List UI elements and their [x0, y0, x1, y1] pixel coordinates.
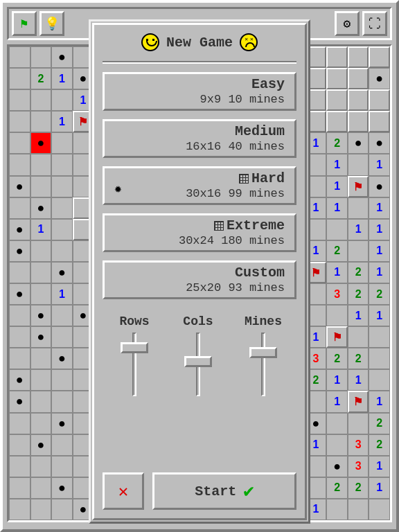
- mine-cell[interactable]: [30, 348, 52, 369]
- mine-cell[interactable]: [30, 499, 52, 520]
- mine-cell[interactable]: [348, 240, 369, 262]
- mine-cell[interactable]: 1: [326, 154, 348, 175]
- mine-cell[interactable]: 1: [369, 197, 390, 219]
- mine-cell[interactable]: [30, 197, 52, 219]
- mine-cell[interactable]: [9, 499, 30, 520]
- mine-cell[interactable]: [30, 391, 52, 412]
- mine-cell[interactable]: 1: [369, 391, 390, 412]
- mine-cell[interactable]: 1: [369, 262, 390, 283]
- mine-cell[interactable]: 2: [326, 477, 348, 499]
- mine-cell[interactable]: [369, 348, 390, 369]
- mine-cell[interactable]: [348, 176, 369, 197]
- mine-cell[interactable]: [9, 197, 30, 219]
- difficulty-easy[interactable]: Easy9x9 10 mines: [103, 72, 296, 111]
- mine-cell[interactable]: [9, 348, 30, 369]
- mine-cell[interactable]: [51, 326, 73, 348]
- mine-cell[interactable]: 1: [369, 456, 390, 477]
- fullscreen-button[interactable]: ⛶: [362, 11, 387, 36]
- mine-cell[interactable]: [348, 89, 369, 111]
- mine-cell[interactable]: [9, 262, 30, 283]
- mine-cell[interactable]: 2: [348, 348, 369, 369]
- mine-cell[interactable]: 1: [369, 305, 390, 326]
- mine-cell[interactable]: 1: [326, 176, 348, 197]
- cancel-button[interactable]: ✕: [103, 472, 144, 510]
- mine-cell[interactable]: [369, 132, 390, 154]
- mine-cell[interactable]: [51, 262, 73, 283]
- mine-cell[interactable]: [51, 456, 73, 477]
- mine-cell[interactable]: [326, 46, 348, 68]
- start-button[interactable]: Start ✔: [152, 472, 296, 510]
- mine-cell[interactable]: [30, 456, 52, 477]
- mine-cell[interactable]: 1: [326, 369, 348, 391]
- mine-cell[interactable]: [9, 154, 30, 175]
- mine-cell[interactable]: [51, 391, 73, 412]
- mine-cell[interactable]: 1: [51, 283, 73, 305]
- mine-cell[interactable]: [348, 391, 369, 412]
- mine-cell[interactable]: 1: [369, 240, 390, 262]
- mine-cell[interactable]: [9, 477, 30, 499]
- mine-cell[interactable]: [51, 499, 73, 520]
- mine-cell[interactable]: [51, 176, 73, 197]
- mine-cell[interactable]: [326, 456, 348, 477]
- mine-cell[interactable]: 1: [348, 305, 369, 326]
- mine-cell[interactable]: [326, 89, 348, 111]
- mine-cell[interactable]: [348, 413, 369, 434]
- mine-cell[interactable]: [51, 132, 73, 154]
- mine-cell[interactable]: [326, 413, 348, 434]
- mine-cell[interactable]: [30, 240, 52, 262]
- mine-cell[interactable]: [30, 176, 52, 197]
- mine-cell[interactable]: [9, 434, 30, 456]
- mine-cell[interactable]: 1: [348, 369, 369, 391]
- mine-cell[interactable]: [369, 89, 390, 111]
- mine-cell[interactable]: [9, 240, 30, 262]
- mine-cell[interactable]: 2: [326, 240, 348, 262]
- mine-cell[interactable]: [51, 46, 73, 68]
- mine-cell[interactable]: [9, 305, 30, 326]
- difficulty-extreme[interactable]: Extreme30x24 180 mines: [103, 213, 296, 252]
- mine-cell[interactable]: [51, 89, 73, 111]
- mine-cell[interactable]: 2: [369, 283, 390, 305]
- mine-cell[interactable]: 1: [369, 154, 390, 175]
- mine-cell[interactable]: [369, 68, 390, 89]
- mine-cell[interactable]: [51, 477, 73, 499]
- hint-button[interactable]: 💡: [39, 11, 64, 36]
- mine-cell[interactable]: 2: [348, 477, 369, 499]
- mine-cell[interactable]: [51, 219, 73, 240]
- mine-cell[interactable]: 2: [348, 262, 369, 283]
- mine-cell[interactable]: [326, 305, 348, 326]
- mine-cell[interactable]: [30, 132, 52, 154]
- mine-cell[interactable]: [30, 111, 52, 132]
- cols-slider[interactable]: [181, 332, 215, 396]
- mine-cell[interactable]: [30, 434, 52, 456]
- mine-cell[interactable]: [348, 499, 369, 520]
- mine-cell[interactable]: [51, 240, 73, 262]
- mine-cell[interactable]: [30, 305, 52, 326]
- mine-cell[interactable]: [9, 68, 30, 89]
- mine-cell[interactable]: 2: [348, 283, 369, 305]
- mine-cell[interactable]: 2: [326, 132, 348, 154]
- mine-cell[interactable]: [369, 176, 390, 197]
- mine-cell[interactable]: 3: [348, 434, 369, 456]
- mine-cell[interactable]: [30, 283, 52, 305]
- mine-cell[interactable]: 1: [369, 219, 390, 240]
- mines-slider[interactable]: [246, 332, 281, 396]
- mine-cell[interactable]: [9, 219, 30, 240]
- mine-cell[interactable]: [348, 132, 369, 154]
- difficulty-hard[interactable]: ✹Hard30x16 99 mines: [103, 166, 296, 205]
- mine-cell[interactable]: [9, 413, 30, 434]
- mine-cell[interactable]: [51, 369, 73, 391]
- mine-cell[interactable]: 1: [51, 68, 73, 89]
- mine-cell[interactable]: [30, 89, 52, 111]
- mine-cell[interactable]: [348, 154, 369, 175]
- difficulty-medium[interactable]: Medium16x16 40 mines: [103, 119, 296, 158]
- mine-cell[interactable]: 2: [30, 68, 52, 89]
- mine-cell[interactable]: 1: [326, 262, 348, 283]
- mine-cell[interactable]: [369, 46, 390, 68]
- mine-cell[interactable]: [30, 326, 52, 348]
- mine-cell[interactable]: [30, 413, 52, 434]
- mine-cell[interactable]: 1: [30, 219, 52, 240]
- settings-button[interactable]: ⚙: [335, 11, 360, 36]
- mine-cell[interactable]: [9, 283, 30, 305]
- mine-cell[interactable]: [348, 46, 369, 68]
- mine-cell[interactable]: [51, 305, 73, 326]
